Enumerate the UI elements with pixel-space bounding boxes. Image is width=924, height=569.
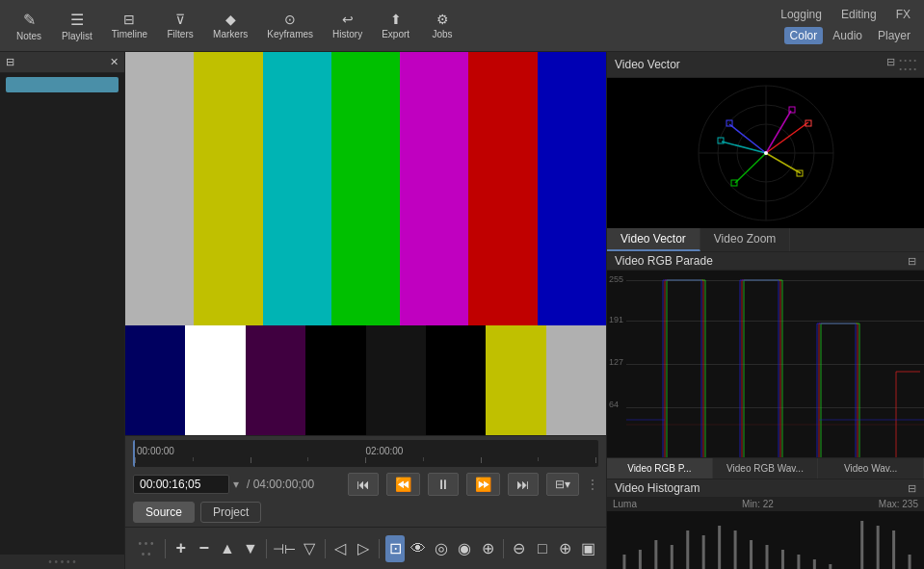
- tab-waveform[interactable]: Video Wav...: [818, 458, 924, 478]
- skip-to-start-button[interactable]: ⏮: [348, 473, 379, 496]
- tab-fx[interactable]: FX: [890, 6, 916, 23]
- panel-controls: ⊟ • • • •• • • •: [886, 56, 916, 73]
- tab-editing[interactable]: Editing: [835, 6, 883, 23]
- timeline-start-time: 00:00:00: [137, 446, 174, 456]
- timeline-toolbar-item[interactable]: ⊟ Timeline: [104, 8, 155, 43]
- bar-yellow2: [486, 325, 545, 435]
- tab-video-vector[interactable]: Video Vector: [607, 228, 700, 251]
- playlist-icon: ☰: [70, 11, 84, 29]
- histogram-section: Video Histogram ⊟ Luma Min: 22 Max: 235: [607, 478, 924, 569]
- histogram-min: Min: 22: [742, 499, 774, 509]
- rewind-button[interactable]: ⏪: [386, 473, 420, 496]
- playlist-toolbar-item[interactable]: ☰ Playlist: [54, 7, 100, 45]
- target-tool-button[interactable]: ◎: [432, 535, 451, 562]
- histogram-max: Max: 235: [879, 499, 918, 509]
- total-time: / 04:00:00;00: [247, 478, 314, 491]
- tab-rgb-waveform[interactable]: Video RGB Wav...: [713, 458, 819, 478]
- prev-tool-button[interactable]: ◁: [330, 535, 350, 562]
- separator-4: [379, 539, 380, 558]
- split-tool-button[interactable]: ⊣⊢: [273, 535, 296, 562]
- svg-rect-23: [622, 555, 625, 569]
- project-button[interactable]: Project: [200, 502, 261, 523]
- histogram-title: Video Histogram: [615, 481, 700, 495]
- histogram-stats: Luma Min: 22 Max: 235: [607, 497, 924, 511]
- filters-label: Filters: [167, 29, 193, 39]
- rgb-parade-svg: [626, 271, 924, 457]
- tab-audio[interactable]: Audio: [827, 27, 868, 44]
- rgb-parade-settings-icon[interactable]: ⊟: [908, 255, 916, 268]
- separator-3: [325, 539, 326, 558]
- tab-player[interactable]: Player: [872, 27, 916, 44]
- bar-yellow: [194, 52, 262, 325]
- bar-black1: [305, 325, 365, 435]
- source-button[interactable]: Source: [133, 502, 195, 523]
- svg-rect-40: [909, 555, 911, 569]
- timeline-mid-time: 02:00:00: [366, 446, 404, 456]
- keyframes-label: Keyframes: [267, 29, 313, 39]
- svg-rect-34: [797, 555, 800, 569]
- zoom-in-button[interactable]: ⊕: [556, 535, 575, 562]
- left-panel-header: ⊟ ✕: [0, 52, 124, 73]
- filters-icon: ⊽: [175, 12, 185, 27]
- snap-tool-button[interactable]: ⊡: [385, 535, 405, 562]
- panel-settings-icon[interactable]: ⊟: [886, 56, 895, 73]
- markers-toolbar-item[interactable]: ◆ Markers: [205, 8, 255, 43]
- add-tool-button[interactable]: +: [172, 535, 191, 562]
- svg-rect-33: [781, 550, 784, 569]
- separator-2: [266, 539, 267, 558]
- more-controls-icon[interactable]: ⋮: [587, 478, 598, 491]
- histogram-svg: [607, 511, 924, 569]
- pointer-tool-button[interactable]: ▽: [300, 535, 319, 562]
- rgb-scale-255: 255: [609, 274, 623, 284]
- left-panel-close-icon[interactable]: ✕: [110, 56, 119, 68]
- zoom-out-button[interactable]: ⊖: [510, 535, 529, 562]
- svg-rect-31: [750, 540, 752, 569]
- zoom-fill-button[interactable]: ▣: [579, 535, 598, 562]
- bar-magenta: [400, 52, 468, 325]
- drop-tool-button[interactable]: ▼: [241, 535, 260, 562]
- left-panel-collapse-icon[interactable]: ⊟: [6, 56, 14, 68]
- rgb-parade-controls: ⊟: [908, 255, 916, 268]
- keyframes-icon: ⊙: [284, 12, 296, 27]
- jobs-toolbar-item[interactable]: ⚙ Jobs: [421, 8, 463, 43]
- jobs-label: Jobs: [433, 29, 453, 39]
- link-tool-button[interactable]: ⊕: [478, 535, 497, 562]
- pause-button[interactable]: ⏸: [428, 473, 459, 496]
- ripple-tool-button[interactable]: 👁: [409, 535, 428, 562]
- export-toolbar-item[interactable]: ⬆ Export: [374, 8, 417, 43]
- zoom-fit-button[interactable]: □: [533, 535, 552, 562]
- skip-to-end-button[interactable]: ⏭: [508, 473, 539, 496]
- timeline-bar[interactable]: 00:00:00 02:00:00: [133, 440, 598, 467]
- filters-toolbar-item[interactable]: ⊽ Filters: [159, 8, 201, 43]
- left-panel-bar: [6, 77, 119, 92]
- svg-rect-27: [686, 530, 689, 569]
- time-dropdown-icon[interactable]: ▾: [233, 478, 239, 491]
- current-time-input[interactable]: [133, 475, 229, 494]
- color-bars: [125, 52, 606, 435]
- markers-icon: ◆: [225, 12, 236, 27]
- video-vector-title: Video Vector: [615, 58, 680, 71]
- rgb-parade-title: Video RGB Parade: [615, 254, 713, 268]
- tab-rgb-parade[interactable]: Video RGB P...: [607, 458, 713, 478]
- notes-toolbar-item[interactable]: ✎ Notes: [8, 7, 50, 45]
- svg-rect-36: [829, 564, 832, 569]
- tab-video-zoom[interactable]: Video Zoom: [700, 228, 790, 251]
- svg-point-12: [764, 151, 768, 155]
- svg-rect-39: [892, 530, 895, 569]
- keyframes-toolbar-item[interactable]: ⊙ Keyframes: [259, 8, 321, 43]
- rgb-scale-191: 191: [609, 315, 623, 324]
- notes-icon: ✎: [23, 11, 36, 29]
- panel-resize-icon[interactable]: • • • •• • • •: [899, 56, 916, 73]
- tab-logging[interactable]: Logging: [775, 6, 828, 23]
- history-toolbar-item[interactable]: ↩ History: [325, 8, 370, 43]
- layout-button[interactable]: ⊟▾: [546, 473, 579, 496]
- fast-forward-button[interactable]: ⏩: [466, 473, 500, 496]
- histogram-settings-icon[interactable]: ⊟: [908, 482, 916, 495]
- sync-tool-button[interactable]: ◉: [455, 535, 474, 562]
- rgb-scale-64: 64: [609, 400, 619, 409]
- next-tool-button[interactable]: ▷: [354, 535, 373, 562]
- subtract-tool-button[interactable]: −: [195, 535, 214, 562]
- time-display: ▾: [133, 475, 239, 494]
- tab-color[interactable]: Color: [784, 27, 824, 44]
- lift-tool-button[interactable]: ▲: [218, 535, 237, 562]
